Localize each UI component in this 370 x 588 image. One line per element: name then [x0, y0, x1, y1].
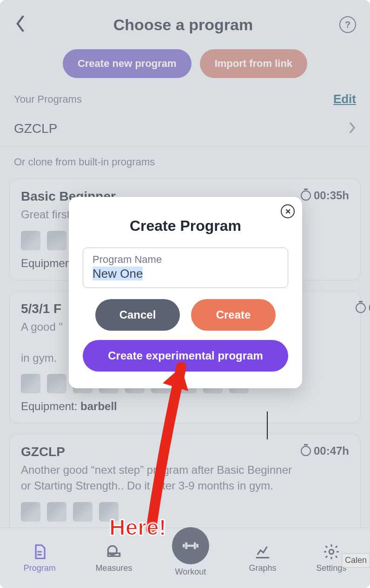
stopwatch-icon	[356, 303, 366, 313]
exercise-icon	[21, 502, 40, 522]
program-name-input[interactable]: Program Name New One	[83, 248, 288, 288]
nav-workout[interactable]: Workout	[172, 539, 209, 577]
equipment-line: Equipment: barbell	[21, 400, 349, 413]
input-value: New One	[92, 267, 143, 281]
user-program-name: GZCLP	[14, 121, 57, 136]
builtin-card-title: GZCLP	[21, 444, 295, 459]
gear-icon	[323, 543, 340, 561]
modal-button-row: Cancel Create	[83, 299, 288, 331]
builtin-program-card[interactable]: GZCLP Another good “next step” program a…	[9, 434, 361, 538]
nav-measures[interactable]: Measures	[95, 543, 132, 573]
exercise-icon	[21, 231, 40, 250]
cancel-button[interactable]: Cancel	[95, 299, 180, 331]
create-button[interactable]: Create	[191, 299, 276, 331]
header: Choose a program ?	[0, 0, 370, 45]
modal-close-button[interactable]: ✕	[281, 204, 295, 218]
create-program-modal: ✕ Create Program Program Name New One Ca…	[69, 197, 302, 388]
create-experimental-button[interactable]: Create experimental program	[83, 340, 288, 372]
stopwatch-icon	[301, 446, 311, 456]
top-action-buttons: Create new program Import from link	[0, 45, 370, 87]
duration-badge: 00:47h	[301, 444, 349, 457]
clone-section-label: Or clone from built-in programs	[0, 147, 370, 178]
builtin-card-subtitle: Another good “next step” program after B…	[21, 462, 295, 493]
app-screen: Choose a program ? Create new program Im…	[0, 0, 370, 588]
modal-title: Create Program	[83, 217, 288, 235]
exercise-icons	[21, 502, 349, 522]
back-button[interactable]	[14, 14, 27, 35]
chevron-right-icon	[349, 121, 356, 136]
nav-graphs[interactable]: Graphs	[249, 543, 277, 573]
document-icon	[31, 543, 48, 561]
nav-program[interactable]: Program	[24, 543, 56, 573]
exercise-icon	[21, 374, 40, 393]
svg-point-1	[329, 549, 334, 554]
exercise-icon	[47, 502, 66, 522]
user-program-row[interactable]: GZCLP	[0, 113, 370, 147]
stopwatch-icon	[301, 190, 311, 201]
import-from-link-button[interactable]: Import from link	[200, 49, 307, 78]
exercise-icon	[99, 502, 119, 522]
bottom-nav: Program Measures Workout Graphs Settings	[0, 528, 370, 588]
chart-icon	[254, 543, 271, 561]
help-icon[interactable]: ?	[339, 16, 356, 33]
tape-icon	[105, 543, 123, 561]
duration-badge: 02:12h	[356, 301, 370, 314]
exercise-icon	[73, 502, 92, 522]
page-title: Choose a program	[113, 16, 253, 34]
dumbbell-icon	[172, 527, 209, 564]
create-new-program-button[interactable]: Create new program	[63, 49, 192, 78]
calendar-peek-tab[interactable]: Calen	[342, 553, 370, 568]
text-cursor	[267, 412, 268, 439]
duration-badge: 00:35h	[301, 189, 349, 202]
input-label: Program Name	[92, 254, 278, 266]
exercise-icon	[47, 231, 66, 250]
exercise-icon	[47, 374, 66, 393]
edit-programs-link[interactable]: Edit	[333, 92, 356, 106]
your-programs-header: Your Programs Edit	[0, 87, 370, 113]
your-programs-label: Your Programs	[14, 93, 82, 105]
